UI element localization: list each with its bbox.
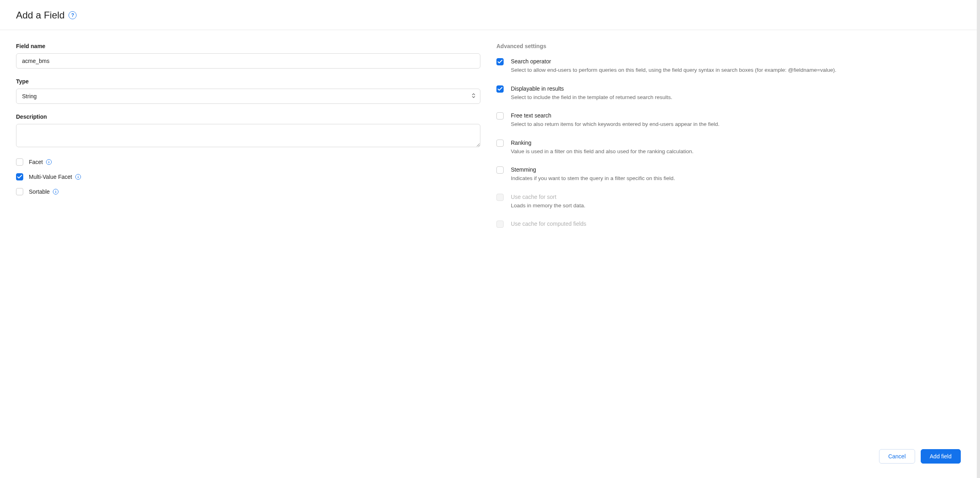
free-text-checkbox[interactable] <box>496 112 504 120</box>
displayable-checkbox[interactable] <box>496 85 504 93</box>
stemming-title: Stemming <box>511 166 961 173</box>
advanced-item-displayable: Displayable in resultsSelect to include … <box>496 85 961 101</box>
advanced-item-cache-computed: Use cache for computed fields <box>496 221 961 229</box>
stemming-checkbox[interactable] <box>496 166 504 174</box>
description-input[interactable] <box>16 124 480 147</box>
advanced-item-cache-sort: Use cache for sortLoads in memory the so… <box>496 194 961 210</box>
field-name-label: Field name <box>16 43 480 49</box>
footer: Cancel Add field <box>0 434 977 478</box>
free-text-title: Free text search <box>511 112 961 119</box>
displayable-title: Displayable in results <box>511 85 961 92</box>
search-operator-description: Select to allow end-users to perform que… <box>511 66 961 74</box>
facet-checkbox[interactable] <box>16 158 23 166</box>
cache-sort-title: Use cache for sort <box>511 194 961 200</box>
advanced-item-stemming: StemmingIndicates if you want to stem th… <box>496 166 961 182</box>
advanced-item-ranking: RankingValue is used in a filter on this… <box>496 140 961 156</box>
cache-sort-description: Loads in memory the sort data. <box>511 202 961 210</box>
add-field-button[interactable]: Add field <box>921 449 961 464</box>
info-icon[interactable]: i <box>46 159 52 165</box>
cancel-button[interactable]: Cancel <box>879 449 915 464</box>
ranking-checkbox[interactable] <box>496 140 504 147</box>
search-operator-checkbox[interactable] <box>496 58 504 65</box>
page-header: Add a Field ? <box>0 0 977 30</box>
cache-sort-checkbox <box>496 194 504 201</box>
basic-settings-column: Field name Type String Description <box>16 43 480 426</box>
info-icon[interactable]: i <box>75 174 81 180</box>
displayable-description: Select to include the field in the templ… <box>511 93 961 101</box>
help-icon[interactable]: ? <box>69 11 77 19</box>
sortable-checkbox[interactable] <box>16 188 23 195</box>
facet-label: Facet i <box>29 159 52 165</box>
advanced-settings-column: Advanced settings Search operatorSelect … <box>496 43 961 426</box>
field-name-input[interactable] <box>16 53 480 69</box>
advanced-item-free-text: Free text searchSelect to also return it… <box>496 112 961 128</box>
free-text-description: Select to also return items for which ke… <box>511 120 961 128</box>
type-select-value: String <box>22 93 37 99</box>
ranking-description: Value is used in a filter on this field … <box>511 148 961 156</box>
info-icon[interactable]: i <box>53 189 58 194</box>
cache-computed-checkbox <box>496 221 504 228</box>
advanced-item-search-operator: Search operatorSelect to allow end-users… <box>496 58 961 74</box>
description-label: Description <box>16 113 480 120</box>
sortable-label: Sortable i <box>29 188 58 195</box>
multivalue-facet-checkbox[interactable] <box>16 173 23 180</box>
advanced-settings-header: Advanced settings <box>496 43 961 49</box>
page-title: Add a Field <box>16 10 65 21</box>
multivalue-facet-label: Multi-Value Facet i <box>29 174 81 180</box>
ranking-title: Ranking <box>511 140 961 146</box>
stemming-description: Indicates if you want to stem the query … <box>511 174 961 182</box>
cache-computed-title: Use cache for computed fields <box>511 221 961 227</box>
type-label: Type <box>16 78 480 85</box>
search-operator-title: Search operator <box>511 58 961 65</box>
type-select[interactable]: String <box>16 89 480 104</box>
